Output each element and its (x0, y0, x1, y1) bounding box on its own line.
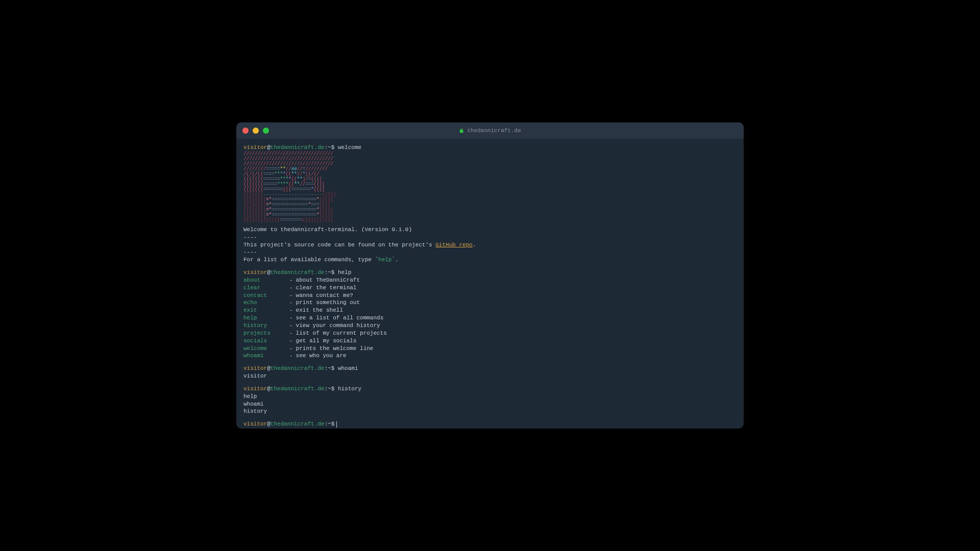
help-row: projects-list of my current projects (243, 330, 737, 337)
terminal-window: thedannicraft.de visitor@thedannicraft.d… (236, 122, 744, 429)
welcome-line-2-suffix: . (473, 242, 476, 248)
welcome-sep-2: ---- (243, 248, 737, 256)
welcome-line-3-prefix: For a list of available commands, type ` (243, 257, 378, 263)
help-cmd: exit (243, 307, 289, 314)
github-repo-link[interactable]: GitHub repo (435, 242, 473, 248)
title-area: thedannicraft.de (459, 128, 521, 134)
command-help: help (338, 269, 351, 276)
help-desc: clear the terminal (296, 284, 357, 292)
prompt-at: @ (267, 269, 271, 276)
prompt-host: thedannicraft.de (271, 365, 325, 371)
help-row: exit-exit the shell (243, 307, 737, 314)
help-row: help-see a list of all commands (243, 314, 737, 322)
ascii-art-banner: //////////////////////////////// ///////… (243, 152, 737, 223)
command-history: history (338, 386, 361, 392)
minimize-button[interactable] (253, 128, 259, 134)
help-desc: about TheDanniCraft (296, 277, 360, 284)
help-desc: see who you are (296, 352, 347, 360)
prompt-line-whoami: visitor@thedannicraft.de:~$ whoami (243, 365, 737, 372)
command-whoami: whoami (338, 365, 358, 371)
prompt-line-history: visitor@thedannicraft.de:~$ history (243, 385, 737, 393)
prompt-line-help: visitor@thedannicraft.de:~$ help (243, 269, 737, 277)
prompt-path: :~$ (324, 144, 334, 151)
cursor (336, 421, 337, 428)
help-cmd: socials (243, 337, 289, 345)
prompt-host: thedannicraft.de (271, 269, 325, 276)
help-cmd: clear (243, 284, 289, 292)
prompt-user: visitor (243, 144, 267, 151)
help-cmd: about (243, 277, 289, 284)
prompt-path: :~$ (324, 365, 334, 371)
prompt-at: @ (267, 144, 271, 151)
welcome-line-2-prefix: This project's source code can be found … (243, 242, 435, 248)
help-output: about-about TheDanniCraft clear-clear th… (243, 277, 737, 360)
prompt-user: visitor (243, 269, 267, 276)
help-row: socials-get all my socials (243, 337, 737, 345)
help-cmd: projects (243, 330, 289, 337)
prompt-at: @ (267, 420, 271, 428)
help-cmd: whoami (243, 352, 289, 360)
welcome-line-3-suffix: `. (391, 257, 398, 263)
prompt-line-current[interactable]: visitor@thedannicraft.de:~$ (243, 420, 337, 428)
help-cmd: history (243, 322, 289, 330)
welcome-line-2: This project's source code can be found … (243, 241, 737, 249)
prompt-path: :~$ (324, 269, 334, 276)
help-desc: see a list of all commands (296, 314, 384, 322)
maximize-button[interactable] (263, 128, 269, 134)
help-cmd: echo (243, 299, 289, 307)
help-row: welcome-prints the welcome line (243, 345, 737, 353)
prompt-user: visitor (243, 365, 267, 371)
help-desc: get all my socials (296, 337, 357, 345)
help-desc: list of my current projects (296, 330, 387, 337)
help-row: echo-print something out (243, 299, 737, 307)
help-desc: print something out (296, 299, 360, 307)
welcome-line-1: Welcome to thedannicraft-terminal. (Vers… (243, 226, 737, 234)
prompt-user: visitor (243, 386, 267, 392)
lock-icon (459, 128, 464, 133)
help-cmd: help (243, 314, 289, 322)
help-row: history-view your command history (243, 322, 737, 330)
help-row: clear-clear the terminal (243, 284, 737, 292)
terminal-body[interactable]: visitor@thedannicraft.de:~$ welcome ////… (236, 139, 744, 429)
prompt-host: thedannicraft.de (271, 144, 325, 151)
help-cmd: contact (243, 292, 289, 299)
titlebar: thedannicraft.de (236, 122, 744, 139)
prompt-user: visitor (243, 420, 267, 428)
help-desc: view your command history (296, 322, 380, 330)
help-cmd: welcome (243, 345, 289, 353)
history-output-1: whoami (243, 400, 737, 408)
help-row: contact-wanna contact me? (243, 292, 737, 299)
history-output-2: history (243, 408, 737, 415)
help-keyword: help (378, 257, 391, 263)
prompt-path: :~$ (324, 420, 334, 428)
help-desc: prints the welcome line (296, 345, 374, 353)
command-welcome: welcome (338, 144, 361, 151)
welcome-line-3: For a list of available commands, type `… (243, 256, 737, 264)
whoami-output: visitor (243, 372, 737, 380)
prompt-at: @ (267, 365, 271, 371)
prompt-line-welcome: visitor@thedannicraft.de:~$ welcome (243, 144, 737, 152)
traffic-lights (242, 128, 269, 134)
help-desc: exit the shell (296, 307, 343, 314)
prompt-host: thedannicraft.de (271, 386, 325, 392)
history-output-0: help (243, 393, 737, 400)
prompt-path: :~$ (324, 386, 334, 392)
help-desc: wanna contact me? (296, 292, 353, 299)
close-button[interactable] (242, 128, 249, 134)
help-row: about-about TheDanniCraft (243, 277, 737, 284)
help-row: whoami-see who you are (243, 352, 737, 360)
window-title: thedannicraft.de (467, 128, 521, 134)
prompt-host: thedannicraft.de (271, 420, 325, 428)
welcome-sep-1: ---- (243, 234, 737, 241)
prompt-at: @ (267, 386, 271, 392)
